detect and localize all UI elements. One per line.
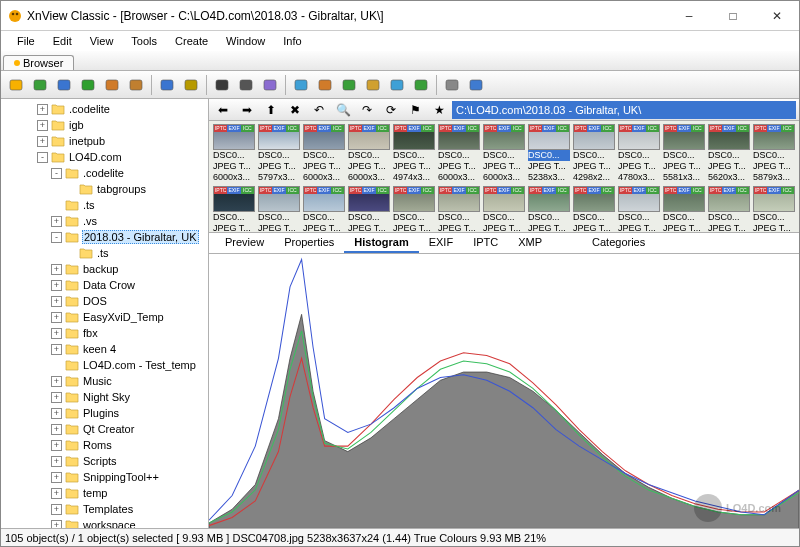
tree-toggle[interactable]: + — [51, 312, 62, 323]
tree-toggle[interactable]: + — [51, 392, 62, 403]
browser-tab[interactable]: Browser — [3, 55, 74, 70]
thumbs-icon[interactable] — [290, 74, 312, 96]
thumbnail[interactable]: IPTCEXIFICCDSC0...JPEG T...6000x3... — [213, 124, 255, 183]
maximize-button[interactable]: □ — [711, 1, 755, 31]
tree-item[interactable]: +.codelite — [1, 101, 208, 117]
tree-item[interactable]: +Music — [1, 373, 208, 389]
save-icon[interactable] — [29, 74, 51, 96]
thumbnail[interactable]: IPTCEXIFICCDSC0...JPEG T...5714x3... — [438, 186, 480, 233]
options-icon[interactable] — [125, 74, 147, 96]
thumbnail[interactable]: IPTCEXIFICCDSC0...JPEG T...4950x3... — [528, 186, 570, 233]
tree-item[interactable]: +keen 4 — [1, 341, 208, 357]
details-icon[interactable] — [314, 74, 336, 96]
thumbnail[interactable]: IPTCEXIFICCDSC0...JPEG T...6000x3... — [483, 124, 525, 183]
tree-toggle[interactable]: + — [37, 136, 48, 147]
menu-tools[interactable]: Tools — [123, 33, 165, 49]
thumbnail[interactable]: IPTCEXIFICCDSC0...JPEG T...6000x3... — [393, 186, 435, 233]
tab-exif[interactable]: EXIF — [419, 233, 463, 253]
thumbnail[interactable]: IPTCEXIFICCDSC0...JPEG T...4974x3... — [393, 124, 435, 183]
tree-item[interactable]: +EasyXviD_Temp — [1, 309, 208, 325]
tree-toggle[interactable]: + — [37, 104, 48, 115]
thumbnail[interactable]: IPTCEXIFICCDSC0...JPEG T...6000x3... — [258, 186, 300, 233]
thumbnail[interactable]: IPTCEXIFICCDSC0...JPEG T...5428x3... — [753, 186, 795, 233]
scan-icon[interactable] — [101, 74, 123, 96]
thumbnail[interactable]: IPTCEXIFICCDSC0...JPEG T...5581x3... — [663, 124, 705, 183]
menu-window[interactable]: Window — [218, 33, 273, 49]
thumbnail-pane[interactable]: IPTCEXIFICCDSC0...JPEG T...6000x3...IPTC… — [209, 121, 799, 233]
tree-toggle[interactable]: + — [51, 488, 62, 499]
tree-toggle[interactable]: + — [51, 280, 62, 291]
tree-toggle[interactable]: + — [51, 424, 62, 435]
tab-categories[interactable]: Categories — [582, 233, 655, 253]
tree-toggle[interactable]: + — [51, 376, 62, 387]
tree-item[interactable]: .ts — [1, 197, 208, 213]
refresh-icon[interactable]: ⟳ — [380, 99, 402, 121]
tree-item[interactable]: +Scripts — [1, 453, 208, 469]
thumbnail[interactable]: IPTCEXIFICCDSC0...JPEG T...6000x3... — [483, 186, 525, 233]
tree-toggle[interactable]: + — [51, 472, 62, 483]
thumbnail[interactable]: IPTCEXIFICCDSC0...JPEG T...6000x3... — [213, 186, 255, 233]
image-icon[interactable] — [362, 74, 384, 96]
tab-histogram[interactable]: Histogram — [344, 233, 418, 253]
tree-toggle[interactable]: + — [51, 296, 62, 307]
minimize-button[interactable]: – — [667, 1, 711, 31]
forward-icon[interactable]: ➡ — [236, 99, 258, 121]
tree-item[interactable]: -.codelite — [1, 165, 208, 181]
filmstrip-icon[interactable] — [338, 74, 360, 96]
thumbnail[interactable]: IPTCEXIFICCDSC0...JPEG T...5625x3... — [618, 186, 660, 233]
tree-item[interactable]: +inetpub — [1, 133, 208, 149]
folder-tree[interactable]: +.codelite+igb+inetpub-LO4D.com-.codelit… — [1, 99, 209, 528]
menu-create[interactable]: Create — [167, 33, 216, 49]
search-icon[interactable] — [211, 74, 233, 96]
refresh-icon[interactable] — [77, 74, 99, 96]
tree-item[interactable]: -2018.03 - Gibraltar, UK — [1, 229, 208, 245]
delete-icon[interactable]: ✖ — [284, 99, 306, 121]
thumbnail[interactable]: IPTCEXIFICCDSC0...JPEG T...5879x3... — [753, 124, 795, 183]
menu-info[interactable]: Info — [275, 33, 309, 49]
tree-toggle[interactable]: + — [51, 408, 62, 419]
menu-view[interactable]: View — [82, 33, 122, 49]
tree-item[interactable]: +igb — [1, 117, 208, 133]
thumbnail[interactable]: IPTCEXIFICCDSC0...JPEG T...4951x2... — [573, 186, 615, 233]
tree-item[interactable]: +workspace — [1, 517, 208, 528]
up-icon[interactable]: ⬆ — [260, 99, 282, 121]
favorites-icon[interactable] — [156, 74, 178, 96]
thumbnail[interactable]: IPTCEXIFICCDSC0...JPEG T...4780x3... — [618, 124, 660, 183]
tree-toggle[interactable]: - — [51, 232, 62, 243]
tree-item[interactable]: +Templates — [1, 501, 208, 517]
tab-properties[interactable]: Properties — [274, 233, 344, 253]
help-icon[interactable] — [465, 74, 487, 96]
tab-preview[interactable]: Preview — [215, 233, 274, 253]
tree-item[interactable]: +Data Crow — [1, 277, 208, 293]
rotate-left-icon[interactable]: ↶ — [308, 99, 330, 121]
tree-toggle[interactable]: + — [51, 504, 62, 515]
thumbnail[interactable]: IPTCEXIFICCDSC0...JPEG T...5536x3... — [663, 186, 705, 233]
batch-icon[interactable] — [410, 74, 432, 96]
thumbnail[interactable]: IPTCEXIFICCDSC0...JPEG T...5620x3... — [708, 124, 750, 183]
thumbnail[interactable]: IPTCEXIFICCDSC0...JPEG T...6000x3... — [348, 124, 390, 183]
rotate-right-icon[interactable]: ↷ — [356, 99, 378, 121]
tree-item[interactable]: -LO4D.com — [1, 149, 208, 165]
slideshow-icon[interactable] — [259, 74, 281, 96]
tree-toggle[interactable]: + — [51, 440, 62, 451]
tree-item[interactable]: +fbx — [1, 325, 208, 341]
tree-item[interactable]: +Night Sky — [1, 389, 208, 405]
tree-item[interactable]: +Qt Creator — [1, 421, 208, 437]
tab-xmp[interactable]: XMP — [508, 233, 552, 253]
tree-item[interactable]: +SnippingTool++ — [1, 469, 208, 485]
thumbnail[interactable]: IPTCEXIFICCDSC0...JPEG T...6000x3... — [438, 124, 480, 183]
tree-item[interactable]: +DOS — [1, 293, 208, 309]
tree-toggle[interactable]: + — [51, 456, 62, 467]
thumbnail[interactable]: IPTCEXIFICCDSC0...JPEG T...4418x2... — [348, 186, 390, 233]
tree-item[interactable]: +Plugins — [1, 405, 208, 421]
tree-item[interactable]: LO4D.com - Test_temp — [1, 357, 208, 373]
tree-item[interactable]: +Roms — [1, 437, 208, 453]
zoom-icon[interactable]: 🔍 — [332, 99, 354, 121]
tree-toggle[interactable]: - — [37, 152, 48, 163]
thumbnail[interactable]: IPTCEXIFICCDSC0...JPEG T...5797x3... — [258, 124, 300, 183]
thumbnail[interactable]: IPTCEXIFICCDSC0...JPEG T...4298x2... — [573, 124, 615, 183]
star-icon[interactable]: ★ — [428, 99, 450, 121]
tree-toggle[interactable]: - — [51, 168, 62, 179]
address-bar[interactable]: C:\LO4D.com\2018.03 - Gibraltar, UK\ — [452, 101, 796, 119]
menu-file[interactable]: File — [9, 33, 43, 49]
